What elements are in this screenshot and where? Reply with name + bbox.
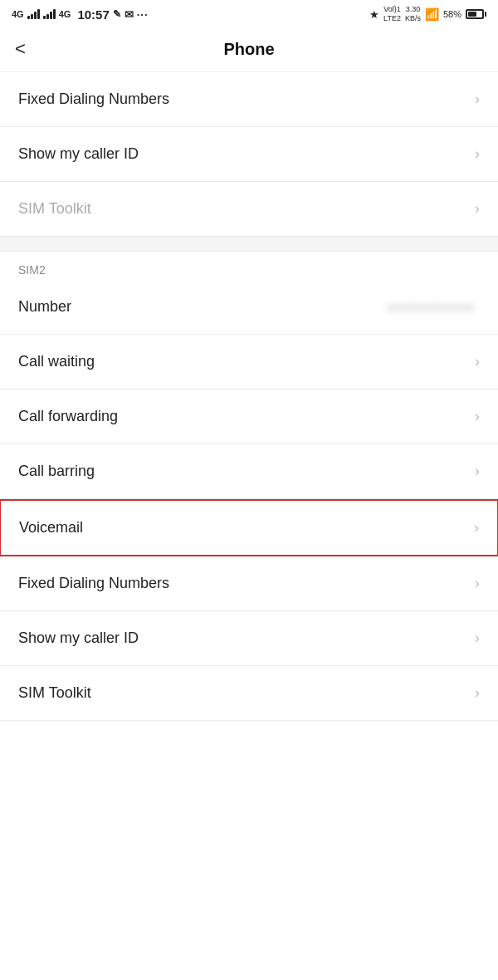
list-item-show-caller-id-1[interactable]: Show my caller ID ›	[0, 127, 498, 182]
chevron-icon: ›	[475, 630, 480, 647]
list-item-number[interactable]: Number ●●●●●●●●●●●	[0, 280, 498, 335]
back-button[interactable]: <	[15, 35, 32, 63]
list-item-call-barring[interactable]: Call barring ›	[0, 444, 498, 499]
bluetooth-icon: ★	[369, 8, 379, 21]
battery-label: 58%	[443, 9, 461, 19]
status-bar: 4G 4G 10:57 ✎ ✉ ··· ★ Vol)1LTE2 3.30KB/s…	[0, 0, 498, 27]
item-label: SIM Toolkit	[18, 684, 91, 702]
item-right: ›	[475, 91, 480, 108]
list-item-fixed-dialing-1[interactable]: Fixed Dialing Numbers ›	[0, 72, 498, 127]
chevron-icon: ›	[475, 575, 480, 592]
signal1-icon	[27, 9, 40, 19]
signal2-icon	[43, 9, 56, 19]
app-bar: < Phone	[0, 27, 498, 72]
signal2-label: 4G	[59, 9, 71, 19]
chevron-icon: ›	[475, 463, 480, 480]
chevron-icon: ›	[475, 684, 480, 702]
item-right: ›	[475, 200, 480, 218]
status-left: 4G 4G 10:57 ✎ ✉ ···	[12, 7, 149, 22]
list-item-voicemail[interactable]: Voicemail ›	[0, 499, 498, 556]
item-right: ›	[475, 630, 480, 647]
item-label: Fixed Dialing Numbers	[18, 575, 169, 592]
item-right: ›	[475, 145, 480, 163]
chevron-icon: ›	[475, 91, 480, 108]
section-divider	[0, 237, 498, 252]
chevron-icon: ›	[475, 408, 480, 425]
number-value: ●●●●●●●●●●●	[387, 300, 475, 315]
list-item-call-forwarding[interactable]: Call forwarding ›	[0, 390, 498, 444]
chevron-icon: ›	[475, 200, 480, 218]
chevron-icon: ›	[475, 145, 480, 163]
list-item-fixed-dialing-2[interactable]: Fixed Dialing Numbers ›	[0, 556, 498, 611]
item-label: Voicemail	[19, 519, 83, 537]
list-item-show-caller-id-2[interactable]: Show my caller ID ›	[0, 611, 498, 666]
chevron-icon: ›	[475, 353, 480, 370]
item-label: Call forwarding	[18, 408, 118, 425]
item-right: ›	[475, 408, 480, 425]
item-right: ›	[475, 463, 480, 480]
item-label: SIM Toolkit	[18, 200, 91, 218]
wifi-icon: 📶	[425, 7, 439, 21]
chevron-icon: ›	[474, 519, 479, 537]
item-right: ›	[474, 519, 479, 537]
list-item-call-waiting[interactable]: Call waiting ›	[0, 335, 498, 390]
message-icon: ✉	[124, 8, 134, 21]
speed-label: 3.30KB/s	[405, 5, 421, 23]
item-label: Show my caller ID	[18, 630, 139, 647]
page-title: Phone	[223, 40, 274, 59]
sim2-section-label: SIM2	[0, 252, 498, 280]
dots-icon: ···	[137, 8, 149, 21]
item-label: Call barring	[18, 463, 95, 480]
item-right: ›	[475, 353, 480, 370]
signal1-label: 4G	[12, 9, 24, 19]
item-label: Show my caller ID	[18, 145, 139, 163]
status-right: ★ Vol)1LTE2 3.30KB/s 📶 58%	[369, 5, 486, 23]
edit-icon: ✎	[113, 8, 121, 20]
item-right: ●●●●●●●●●●●	[387, 300, 480, 315]
item-label: Call waiting	[18, 353, 95, 370]
item-label: Fixed Dialing Numbers	[18, 91, 169, 108]
list-item-sim-toolkit-1[interactable]: SIM Toolkit ›	[0, 182, 498, 237]
sim1-group: Fixed Dialing Numbers › Show my caller I…	[0, 72, 498, 237]
time: 10:57	[77, 7, 109, 22]
list-item-sim-toolkit-2[interactable]: SIM Toolkit ›	[0, 666, 498, 721]
item-right: ›	[475, 575, 480, 592]
item-right: ›	[475, 684, 480, 702]
battery-icon	[466, 9, 486, 19]
sim2-group: Number ●●●●●●●●●●● Call waiting › Call f…	[0, 280, 498, 721]
vol-lte-label: Vol)1LTE2	[383, 5, 401, 23]
item-label: Number	[18, 298, 71, 316]
